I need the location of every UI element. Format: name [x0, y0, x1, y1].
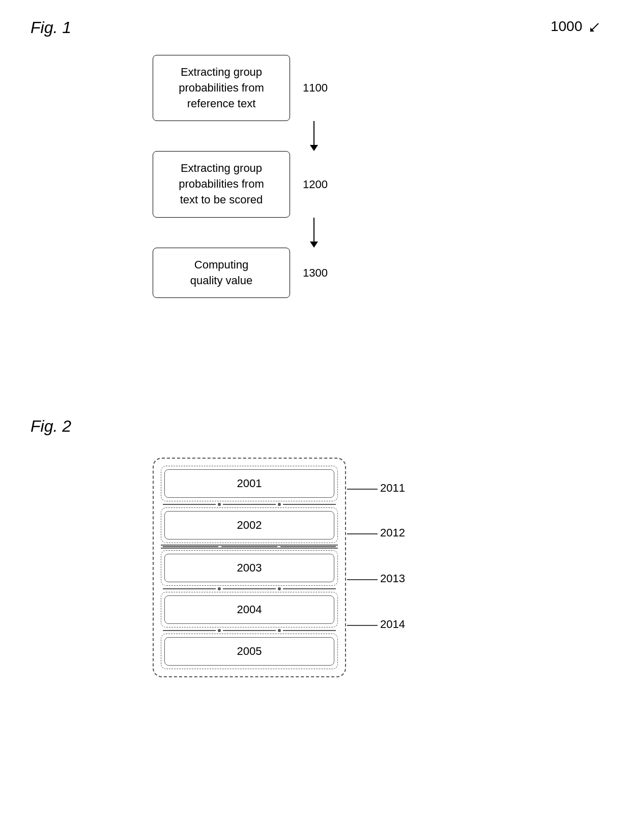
sep-dot: [218, 629, 221, 632]
flowchart: Extracting groupprobabilities fromrefere…: [153, 55, 407, 298]
page: Fig. 1 1000 Extracting groupprobabilitie…: [0, 0, 631, 840]
arrow-line-2: [313, 218, 314, 242]
group-row-2005: 2005: [161, 634, 338, 669]
arrow-head-2: [310, 242, 318, 248]
inner-box-2003-text: 2003: [237, 561, 262, 574]
inner-box-2003: 2003: [164, 554, 334, 582]
callout-2012: 2012: [347, 529, 408, 539]
group-row-2013: 2003: [161, 550, 338, 586]
inner-box-2001-text: 2001: [237, 477, 262, 490]
sep-dot: [278, 503, 281, 506]
inner-box-2002: 2002: [164, 511, 334, 539]
flow-box-1-text: Extracting groupprobabilities fromrefere…: [179, 66, 264, 110]
group-row-2014: 2004: [161, 592, 338, 627]
sep-dash: [223, 630, 276, 631]
arrow-head-1: [310, 145, 318, 151]
inner-box-2004: 2004: [164, 595, 334, 624]
callout-2011: 2011: [347, 484, 408, 494]
sep-dot: [218, 587, 221, 590]
sep-dash: [283, 504, 336, 505]
inner-box-2001: 2001: [164, 469, 334, 498]
svg-text:2013: 2013: [380, 575, 405, 585]
inner-box-2002-text: 2002: [237, 519, 262, 531]
sep-dash: [223, 588, 276, 589]
flow-arrow-2: [211, 218, 349, 248]
flow-box-3-text: Computingquality value: [190, 258, 252, 287]
inner-box-2005: 2005: [164, 637, 334, 666]
flow-label-3: 1300: [303, 266, 328, 280]
separator-2: [161, 545, 338, 549]
callout-2013: 2013: [347, 575, 408, 585]
flow-box-1: Extracting groupprobabilities fromrefere…: [153, 55, 290, 121]
sep-dash: [163, 588, 216, 589]
flow-box-2: Extracting groupprobabilities fromtext t…: [153, 151, 290, 217]
separator-1: [161, 503, 338, 506]
sep-dash: [163, 504, 216, 505]
group-row-2011: 2001: [161, 466, 338, 501]
arrow-line-1: [313, 121, 314, 145]
flow-label-1: 1100: [303, 81, 328, 95]
sep-dot: [278, 587, 281, 590]
flow-row-2: Extracting groupprobabilities fromtext t…: [153, 151, 407, 217]
fig2-label: Fig. 2: [31, 417, 71, 436]
inner-box-2004-text: 2004: [237, 603, 262, 616]
flow-row-3: Computingquality value 1300: [153, 248, 407, 298]
svg-text:2012: 2012: [380, 529, 405, 539]
fig2-container: 2001 2002: [153, 458, 346, 677]
flow-row-1: Extracting groupprobabilities fromrefere…: [153, 55, 407, 121]
flow-label-2: 1200: [303, 178, 328, 191]
sep-dash: [223, 504, 276, 505]
group-row-2012: 2002: [161, 507, 338, 543]
callout-2014: 2014: [347, 620, 408, 631]
inner-box-2005-text: 2005: [237, 645, 262, 657]
separator-4: [161, 629, 338, 632]
sep-dot: [218, 503, 221, 506]
separator-3: [161, 587, 338, 590]
flow-box-3: Computingquality value: [153, 248, 290, 298]
outer-box: 2001 2002: [153, 458, 346, 677]
fig1-id: 1000: [551, 18, 600, 35]
sep-dot: [278, 629, 281, 632]
flow-box-2-text: Extracting groupprobabilities fromtext t…: [179, 162, 264, 206]
fig1-label: Fig. 1: [31, 18, 71, 37]
svg-text:2014: 2014: [380, 620, 405, 631]
svg-text:2011: 2011: [380, 484, 405, 494]
sep-dash: [283, 630, 336, 631]
sep-dash: [163, 630, 216, 631]
flow-arrow-1: [211, 121, 349, 151]
sep-dash: [283, 588, 336, 589]
